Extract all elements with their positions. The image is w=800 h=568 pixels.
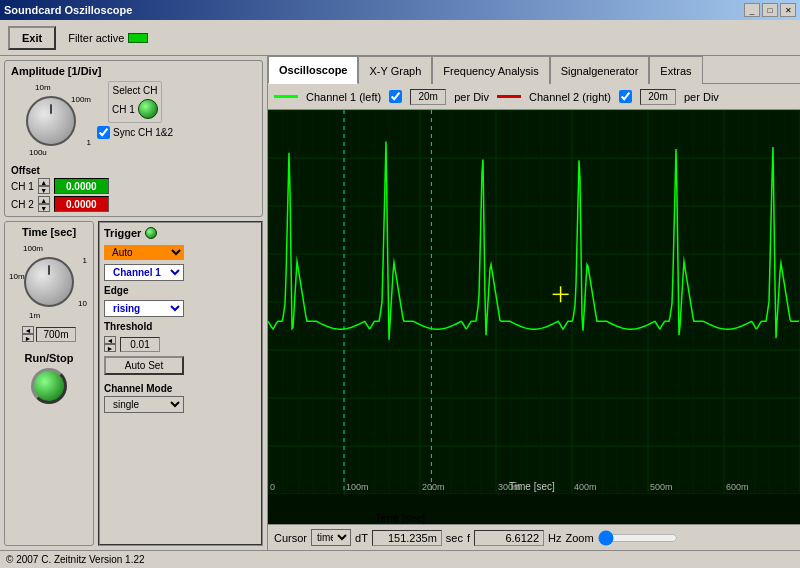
time-title: Time [sec] bbox=[22, 226, 76, 238]
amplitude-knob-area: 10m 100m 1 100u bbox=[11, 81, 91, 161]
time-mark-100m: 100m bbox=[23, 244, 43, 253]
ch2-bar-label: Channel 2 (right) bbox=[529, 91, 611, 103]
edge-label: Edge bbox=[104, 285, 257, 296]
trigger-header: Trigger bbox=[104, 227, 257, 239]
oscilloscope-canvas bbox=[268, 110, 800, 494]
trigger-mode-select[interactable]: Auto Normal Single bbox=[104, 245, 184, 260]
offset-ch2-spinner[interactable]: ▲ ▼ bbox=[38, 196, 50, 212]
amplitude-section: Amplitude [1/Div] 10m 100m 1 100u bbox=[4, 60, 263, 217]
ch1-bar-checkbox[interactable] bbox=[389, 90, 402, 103]
offset-ch2-label: CH 2 bbox=[11, 199, 34, 210]
ch2-per-div-input[interactable] bbox=[640, 89, 676, 105]
dt-unit: sec bbox=[446, 532, 463, 544]
ch2-bar-checkbox[interactable] bbox=[619, 90, 632, 103]
offset-ch1-row: CH 1 ▲ ▼ 0.0000 bbox=[11, 178, 256, 194]
time-axis-area: Time [sec] bbox=[268, 494, 800, 524]
edge-select[interactable]: rising falling bbox=[104, 300, 184, 317]
dt-value: 151.235m bbox=[372, 530, 442, 546]
amp-mark-10m: 10m bbox=[35, 83, 51, 92]
tab-oscilloscope[interactable]: Oscilloscope bbox=[268, 56, 358, 84]
sync-label: Sync CH 1&2 bbox=[113, 127, 173, 138]
filter-active-area: Filter active bbox=[68, 32, 148, 44]
dt-label: dT bbox=[355, 532, 368, 544]
offset-ch1-label: CH 1 bbox=[11, 181, 34, 192]
tab-signalgenerator[interactable]: Signalgenerator bbox=[550, 56, 650, 84]
threshold-label: Threshold bbox=[104, 321, 257, 332]
time-knob-area: 100m 1 10 1m 10m bbox=[9, 242, 89, 322]
right-panel: Oscilloscope X-Y Graph Frequency Analysi… bbox=[268, 56, 800, 550]
ch1-line-indicator bbox=[274, 95, 298, 98]
ch1-label: CH 1 bbox=[112, 104, 135, 115]
offset-ch1-input[interactable]: 0.0000 bbox=[54, 178, 109, 194]
sync-checkbox-row: Sync CH 1&2 bbox=[97, 126, 173, 139]
offset-title: Offset bbox=[11, 165, 256, 176]
exit-button[interactable]: Exit bbox=[8, 26, 56, 50]
f-label: f bbox=[467, 532, 470, 544]
status-bar: © 2007 C. Zeitnitz Version 1.22 bbox=[0, 550, 800, 568]
ch2-line-indicator bbox=[497, 95, 521, 98]
left-panel: Amplitude [1/Div] 10m 100m 1 100u bbox=[0, 56, 268, 550]
threshold-value: 0.01 bbox=[120, 337, 160, 352]
run-stop-button[interactable] bbox=[31, 368, 67, 404]
trigger-led bbox=[145, 227, 157, 239]
time-axis-svg: Time [sec] bbox=[0, 494, 800, 524]
svg-text:Time [sec]: Time [sec] bbox=[375, 512, 425, 524]
tab-xy-graph[interactable]: X-Y Graph bbox=[358, 56, 432, 84]
zoom-label: Zoom bbox=[566, 532, 594, 544]
run-stop-label: Run/Stop bbox=[25, 352, 74, 364]
body-area: Amplitude [1/Div] 10m 100m 1 100u bbox=[0, 56, 800, 550]
window-buttons: _ □ ✕ bbox=[744, 3, 796, 17]
time-knob[interactable] bbox=[24, 257, 74, 307]
ch1-per-div-input[interactable] bbox=[410, 89, 446, 105]
tab-extras[interactable]: Extras bbox=[649, 56, 702, 84]
cursor-label: Cursor bbox=[274, 532, 307, 544]
top-bar: Exit Filter active bbox=[0, 20, 800, 56]
maximize-button[interactable]: □ bbox=[762, 3, 778, 17]
channel-mode-select[interactable]: single dual bbox=[104, 396, 184, 413]
ch1-led bbox=[138, 99, 158, 119]
time-value-row: ◄ ► 700m bbox=[22, 326, 76, 342]
amplitude-title: Amplitude [1/Div] bbox=[11, 65, 256, 77]
f-value: 6.6122 bbox=[474, 530, 544, 546]
f-unit: Hz bbox=[548, 532, 561, 544]
auto-set-button[interactable]: Auto Set bbox=[104, 356, 184, 375]
zoom-slider[interactable] bbox=[598, 531, 678, 545]
amp-mark-100u: 100u bbox=[29, 148, 47, 157]
run-stop-section: Run/Stop bbox=[25, 352, 74, 404]
trigger-controls: Auto Normal Single Channel 1 Channel 2 E… bbox=[104, 245, 257, 413]
status-text: © 2007 C. Zeitnitz Version 1.22 bbox=[6, 554, 145, 565]
tab-bar: Oscilloscope X-Y Graph Frequency Analysi… bbox=[268, 56, 800, 84]
threshold-row: ◄ ► 0.01 bbox=[104, 336, 257, 352]
amplitude-knob[interactable] bbox=[26, 96, 76, 146]
minimize-button[interactable]: _ bbox=[744, 3, 760, 17]
offset-ch1-spinner[interactable]: ▲ ▼ bbox=[38, 178, 50, 194]
ch1-per-div-label: per Div bbox=[454, 91, 489, 103]
select-ch-area: Select CH CH 1 bbox=[108, 81, 162, 123]
close-button[interactable]: ✕ bbox=[780, 3, 796, 17]
ch2-per-div-label: per Div bbox=[684, 91, 719, 103]
offset-ch2-row: CH 2 ▲ ▼ 0.0000 bbox=[11, 196, 256, 212]
channel-mode-area: Channel Mode single dual bbox=[104, 383, 257, 413]
time-mark-1: 1 bbox=[83, 256, 87, 265]
ch1-bar-label: Channel 1 (left) bbox=[306, 91, 381, 103]
oscilloscope-display bbox=[268, 110, 800, 494]
time-spinner[interactable]: ◄ ► bbox=[22, 326, 34, 342]
cursor-mode-select[interactable]: time amplitude bbox=[311, 529, 351, 546]
sync-checkbox[interactable] bbox=[97, 126, 110, 139]
window-title: Soundcard Oszilloscope bbox=[4, 4, 132, 16]
tab-frequency-analysis[interactable]: Frequency Analysis bbox=[432, 56, 549, 84]
time-mark-10m: 10m bbox=[9, 272, 25, 281]
channel-bar: Channel 1 (left) per Div Channel 2 (righ… bbox=[268, 84, 800, 110]
filter-active-led bbox=[128, 33, 148, 43]
select-ch-label: Select CH bbox=[113, 85, 158, 96]
channel-mode-label: Channel Mode bbox=[104, 383, 172, 394]
amp-mark-100m: 100m bbox=[71, 95, 91, 104]
time-mark-10: 10 bbox=[78, 299, 87, 308]
filter-active-label: Filter active bbox=[68, 32, 124, 44]
time-mark-1m: 1m bbox=[29, 311, 40, 320]
offset-ch2-input[interactable]: 0.0000 bbox=[54, 196, 109, 212]
threshold-spinner[interactable]: ◄ ► bbox=[104, 336, 116, 352]
trigger-channel-select[interactable]: Channel 1 Channel 2 bbox=[104, 264, 184, 281]
trigger-title: Trigger bbox=[104, 227, 141, 239]
time-value: 700m bbox=[36, 327, 76, 342]
